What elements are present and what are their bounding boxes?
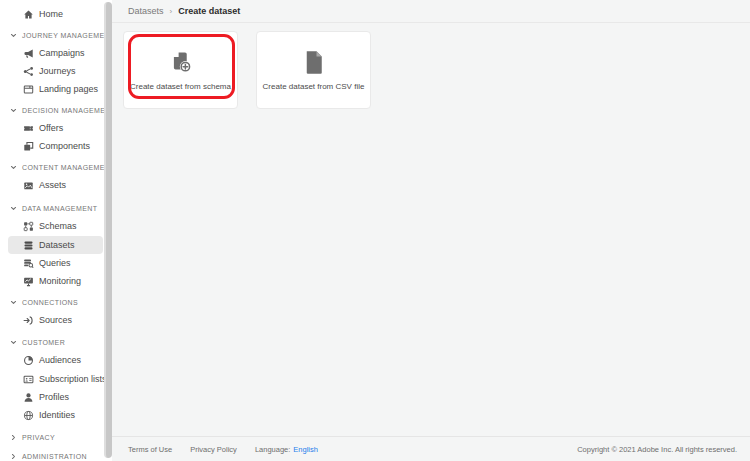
chevron-right-icon xyxy=(10,434,17,441)
sidebar-item-journeys[interactable]: Journeys xyxy=(8,62,103,80)
chevron-down-icon xyxy=(10,339,17,346)
chevron-down-icon xyxy=(10,164,17,171)
sidebar-item-schemas[interactable]: Schemas xyxy=(8,217,103,235)
app-window: Home JOURNEY MANAGEMENT Campaigns Journe… xyxy=(0,0,750,461)
offers-icon xyxy=(23,123,34,134)
monitoring-icon xyxy=(23,276,34,287)
sidebar-item-label: Subscription lists xyxy=(39,374,107,384)
create-dataset-from-schema-card[interactable]: Create dataset from schema xyxy=(123,31,238,109)
csv-file-icon xyxy=(302,49,325,76)
footer: Terms of Use Privacy Policy Language: En… xyxy=(112,436,750,461)
datasets-icon xyxy=(23,240,34,251)
sidebar-item-assets[interactable]: Assets xyxy=(8,176,103,194)
sidebar-item-label: Schemas xyxy=(39,221,77,231)
breadcrumb-link-datasets[interactable]: Datasets xyxy=(128,6,164,16)
sources-icon xyxy=(23,315,34,326)
sidebar-section-label: PRIVACY xyxy=(22,434,55,441)
identities-icon xyxy=(23,410,34,421)
sidebar-section-label: DECISION MANAGEMENT xyxy=(22,107,116,114)
sidebar-section-journey-management[interactable]: JOURNEY MANAGEMENT xyxy=(10,29,104,41)
page-title: Create dataset xyxy=(178,6,240,16)
sidebar-item-queries[interactable]: Queries xyxy=(8,254,103,272)
sidebar-scrollbar[interactable] xyxy=(104,2,112,458)
privacy-policy-link[interactable]: Privacy Policy xyxy=(190,445,237,454)
dataset-add-icon xyxy=(167,49,194,76)
sidebar-item-offers[interactable]: Offers xyxy=(8,119,103,137)
sidebar-item-label: Queries xyxy=(39,258,71,268)
sidebar-item-subscription-lists[interactable]: Subscription lists xyxy=(8,370,103,388)
schemas-icon xyxy=(23,221,34,232)
language-english-link[interactable]: English xyxy=(293,445,318,454)
sidebar-section-connections[interactable]: CONNECTIONS xyxy=(10,296,104,308)
sidebar-item-landing-pages[interactable]: Landing pages xyxy=(8,80,103,98)
landing-pages-icon xyxy=(23,84,34,95)
chevron-right-icon xyxy=(10,453,17,460)
sidebar-section-customer[interactable]: CUSTOMER xyxy=(10,336,104,348)
sidebar-item-label: Offers xyxy=(39,123,63,133)
sidebar-item-sources[interactable]: Sources xyxy=(8,311,103,329)
copyright-text: Copyright © 2021 Adobe Inc. All rights r… xyxy=(577,445,737,454)
language-label: Language: xyxy=(255,445,290,454)
sidebar-section-label: JOURNEY MANAGEMENT xyxy=(22,32,115,39)
terms-of-use-link[interactable]: Terms of Use xyxy=(128,445,172,454)
breadcrumb-separator: › xyxy=(170,7,173,16)
sidebar-section-administration[interactable]: ADMINISTRATION xyxy=(10,450,104,461)
sidebar-section-label: ADMINISTRATION xyxy=(22,453,87,460)
main-content: Datasets › Create dataset Create dataset… xyxy=(112,0,750,461)
sidebar-section-label: CONTENT MANAGEMENT xyxy=(22,164,115,171)
sidebar-item-label: Monitoring xyxy=(39,276,81,286)
sidebar-item-label: Home xyxy=(39,9,63,19)
sidebar-item-home[interactable]: Home xyxy=(8,5,103,23)
sidebar-item-audiences[interactable]: Audiences xyxy=(8,351,103,369)
sidebar-item-datasets[interactable]: Datasets xyxy=(8,236,103,254)
chevron-down-icon xyxy=(10,107,17,114)
sidebar-item-monitoring[interactable]: Monitoring xyxy=(8,272,103,290)
create-dataset-from-csv-card[interactable]: Create dataset from CSV file xyxy=(256,31,371,109)
card-label: Create dataset from CSV file xyxy=(263,82,365,91)
footer-links: Terms of Use Privacy Policy Language: En… xyxy=(128,445,318,454)
campaigns-icon xyxy=(23,48,34,59)
sidebar-section-privacy[interactable]: PRIVACY xyxy=(10,431,104,443)
sidebar-section-label: CONNECTIONS xyxy=(22,299,78,306)
sidebar-item-identities[interactable]: Identities xyxy=(8,406,103,424)
sidebar-item-label: Assets xyxy=(39,180,66,190)
assets-icon xyxy=(23,180,34,191)
sidebar-item-profiles[interactable]: Profiles xyxy=(8,388,103,406)
profiles-icon xyxy=(23,392,34,403)
sidebar: Home JOURNEY MANAGEMENT Campaigns Journe… xyxy=(0,0,104,461)
sidebar-section-decision-management[interactable]: DECISION MANAGEMENT xyxy=(10,104,104,116)
chevron-down-icon xyxy=(10,299,17,306)
sidebar-item-label: Sources xyxy=(39,315,72,325)
subscription-lists-icon xyxy=(23,374,34,385)
sidebar-item-label: Campaigns xyxy=(39,48,85,58)
chevron-down-icon xyxy=(10,32,17,39)
sidebar-item-campaigns[interactable]: Campaigns xyxy=(8,44,103,62)
sidebar-section-label: DATA MANAGEMENT xyxy=(22,205,97,212)
sidebar-item-label: Journeys xyxy=(39,66,76,76)
breadcrumb: Datasets › Create dataset xyxy=(112,0,750,23)
sidebar-item-label: Landing pages xyxy=(39,84,98,94)
journeys-icon xyxy=(23,66,34,77)
sidebar-section-label: CUSTOMER xyxy=(22,339,65,346)
sidebar-section-data-management[interactable]: DATA MANAGEMENT xyxy=(10,202,104,214)
sidebar-section-content-management[interactable]: CONTENT MANAGEMENT xyxy=(10,161,104,173)
card-list: Create dataset from schema Create datase… xyxy=(112,23,750,109)
sidebar-item-label: Profiles xyxy=(39,392,69,402)
chevron-down-icon xyxy=(10,205,17,212)
card-label: Create dataset from schema xyxy=(130,82,231,91)
sidebar-item-label: Datasets xyxy=(39,240,75,250)
sidebar-item-label: Components xyxy=(39,141,90,151)
components-icon xyxy=(23,141,34,152)
queries-icon xyxy=(23,258,34,269)
language-selector: Language: English xyxy=(255,445,318,454)
audiences-icon xyxy=(23,355,34,366)
sidebar-item-components[interactable]: Components xyxy=(8,137,103,155)
home-icon xyxy=(23,9,34,20)
sidebar-item-label: Identities xyxy=(39,410,75,420)
sidebar-item-label: Audiences xyxy=(39,355,81,365)
